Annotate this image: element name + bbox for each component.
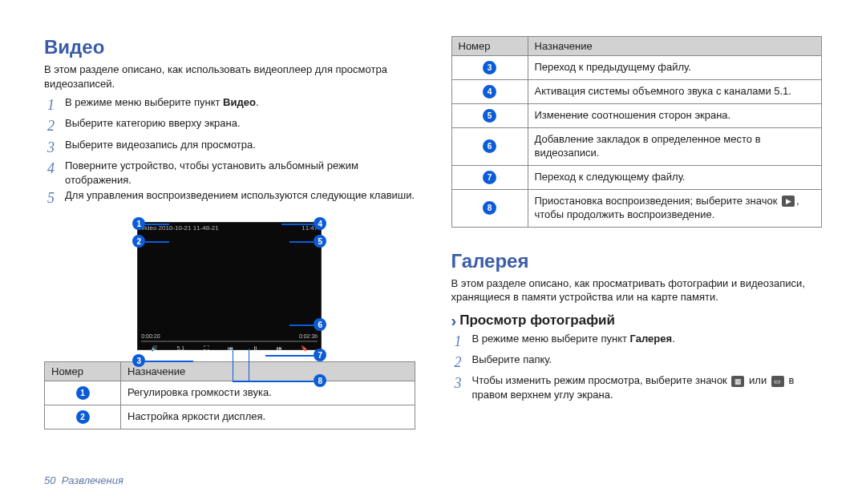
screen-file-label: video 2010-10-21 11-48-21 <box>141 224 219 232</box>
stack-icon: ▭ <box>771 376 784 387</box>
table-row: 5Изменение соотношения сторон экрана. <box>451 104 822 128</box>
table-row: 2 Настройка яркости дисплея. <box>45 405 415 429</box>
aspect-icon: ⛶ <box>204 345 209 352</box>
callout-6: 6 <box>314 318 326 331</box>
step-text: Чтобы изменить режим просмотра, выберите… <box>472 373 823 401</box>
row-num: 2 <box>76 410 90 424</box>
left-column: Видео В этом разделе описано, как исполь… <box>44 36 415 429</box>
table-row: 1 Регулировка громкости звука. <box>45 381 415 405</box>
th-desc: Назначение <box>528 37 822 56</box>
reference-table-left: Номер Назначение 1 Регулировка громкости… <box>44 361 415 429</box>
gallery-subheading: › Просмотр фотографий <box>451 312 823 329</box>
footer-label: Развлечения <box>62 474 123 486</box>
table-row: 7Переход к следующему файлу. <box>451 165 822 189</box>
table-row: 6Добавление закладок в определенное мест… <box>451 128 822 166</box>
gallery-heading: Галерея <box>451 250 823 272</box>
table-row: 3Переход к предыдущему файлу. <box>451 56 822 80</box>
chevron-icon: › <box>451 312 457 329</box>
row-num: 1 <box>76 386 90 400</box>
step-text: В режиме меню выберите пункт Видео. <box>65 95 259 110</box>
page-footer: 50 Развлечения <box>44 474 123 486</box>
screen-total: 0:02:36 <box>299 333 318 339</box>
th-desc: Назначение <box>121 362 415 381</box>
step-text: В режиме меню выберите пункт Галерея. <box>472 332 675 346</box>
right-column: Номер Назначение 3Переход к предыдущему … <box>451 36 823 429</box>
video-intro: В этом разделе описано, как использовать… <box>44 62 415 91</box>
video-heading: Видео <box>44 36 415 58</box>
bookmark-icon: 🔖 <box>301 345 308 352</box>
row-desc: Регулировка громкости звука. <box>121 381 415 405</box>
table-row: 4Активация системы объемного звука с кан… <box>451 80 822 104</box>
gallery-steps: 1В режиме меню выберите пункт Галерея. 2… <box>451 332 823 402</box>
step-text: Поверните устройство, чтобы установить а… <box>65 159 415 187</box>
vol-icon: 🔊 <box>151 345 158 352</box>
step-text: Для управления воспроизведением использу… <box>65 188 415 203</box>
gallery-intro: В этом разделе описано, как просматриват… <box>451 276 823 304</box>
th-number: Номер <box>451 37 528 56</box>
page-number: 50 <box>44 474 55 486</box>
reference-table-right: Номер Назначение 3Переход к предыдущему … <box>451 36 823 228</box>
pause-icon: ⏸ <box>253 345 258 352</box>
screen-elapsed: 0:00:20 <box>141 333 160 339</box>
step-text: Выберите категорию вверху экрана. <box>65 116 241 131</box>
srs-icon: 5.1 <box>176 345 184 352</box>
table-row: 8 Приостановка воспроизведения; выберите… <box>451 189 822 227</box>
th-number: Номер <box>45 362 121 381</box>
play-icon: ▶ <box>782 196 795 207</box>
next-icon: ⏭ <box>277 345 282 352</box>
row-desc: Настройка яркости дисплея. <box>121 405 415 429</box>
callout-4: 4 <box>314 217 326 230</box>
grid-icon: ▦ <box>731 376 744 387</box>
step-text: Выберите видеозапись для просмотра. <box>65 138 256 152</box>
video-steps: 1В режиме меню выберите пункт Видео. 2Вы… <box>44 95 415 208</box>
video-player-illustration: video 2010-10-21 11-48-21 11:47 0:00:20 … <box>113 222 346 350</box>
callout-5: 5 <box>314 235 326 248</box>
callout-7: 7 <box>314 349 326 361</box>
step-text: Выберите папку. <box>472 353 552 367</box>
